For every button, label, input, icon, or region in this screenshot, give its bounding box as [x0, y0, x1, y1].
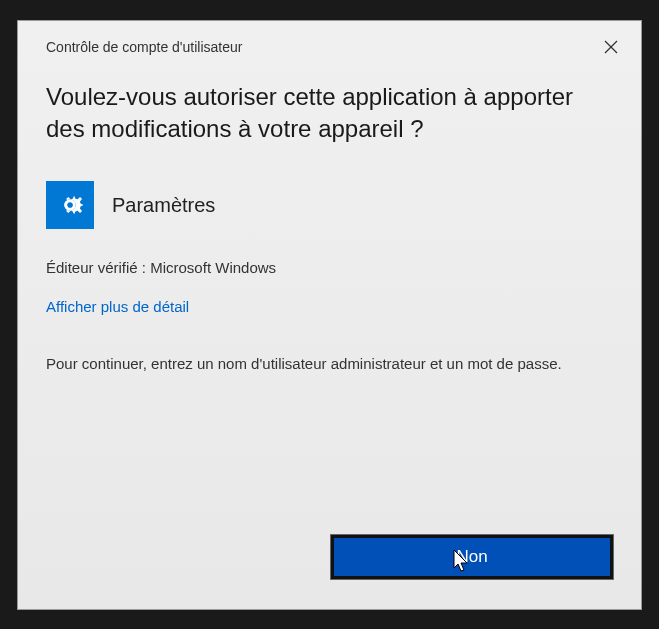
gear-icon — [53, 188, 87, 222]
dialog-header: Contrôle de compte d'utilisateur — [18, 21, 641, 61]
uac-dialog: Contrôle de compte d'utilisateur Voulez-… — [17, 20, 642, 610]
no-button-label: Non — [456, 547, 487, 567]
publisher-info: Éditeur vérifié : Microsoft Windows — [18, 237, 641, 276]
credential-instruction: Pour continuer, entrez un nom d'utilisat… — [18, 315, 641, 376]
dialog-title: Contrôle de compte d'utilisateur — [46, 39, 242, 55]
app-row: Paramètres — [18, 157, 641, 237]
button-row: Non — [18, 535, 641, 609]
app-icon-container — [46, 181, 94, 229]
close-button[interactable] — [595, 33, 627, 61]
no-button[interactable]: Non — [331, 535, 613, 579]
app-name: Paramètres — [112, 194, 215, 217]
show-details-link[interactable]: Afficher plus de détail — [18, 276, 641, 315]
close-icon — [604, 40, 618, 54]
dialog-question: Voulez-vous autoriser cette application … — [18, 61, 641, 158]
